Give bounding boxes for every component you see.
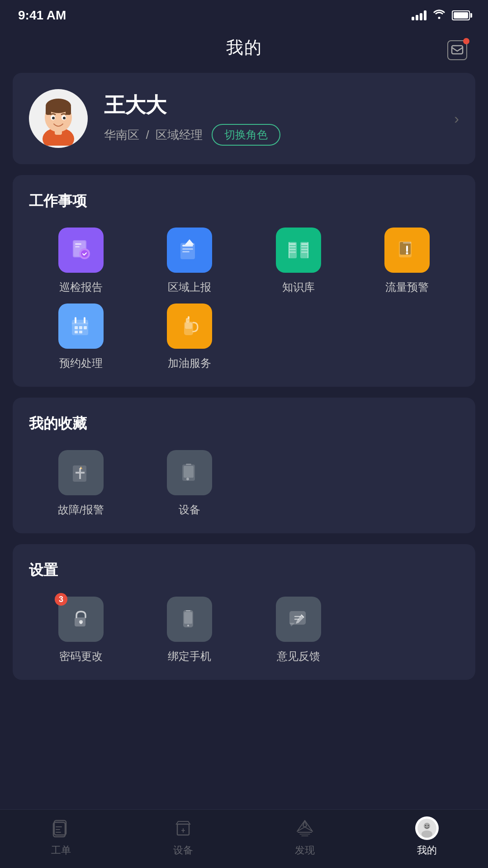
svg-rect-31	[301, 246, 308, 247]
svg-rect-24	[289, 243, 296, 245]
settings-section-card: 设置 3 密码更改	[13, 544, 475, 680]
signal-icon	[412, 10, 426, 20]
region-report-icon	[167, 228, 212, 273]
nav-item-workorder[interactable]: 工单	[0, 816, 122, 857]
svg-rect-49	[188, 316, 190, 319]
settings-item-feedback[interactable]: 意见反馈	[246, 597, 351, 664]
fault-alarm-icon	[58, 450, 104, 495]
svg-rect-45	[79, 331, 82, 333]
region-report-label: 区域上报	[168, 280, 211, 294]
work-section-card: 工作事项 巡检报告	[13, 175, 475, 387]
knowledge-base-label: 知识库	[282, 280, 315, 294]
profile-subtitle: 华南区 / 区域经理 切换角色	[104, 124, 459, 146]
nav-item-mine[interactable]: 我的	[366, 816, 488, 857]
knowledge-base-icon	[276, 228, 321, 273]
workorder-nav-label: 工单	[51, 844, 71, 857]
inspection-report-label: 巡检报告	[59, 280, 103, 294]
profile-card[interactable]: 王大大 华南区 / 区域经理 切换角色 ›	[13, 73, 475, 164]
password-change-icon: 3	[58, 597, 104, 642]
appointment-label: 预约处理	[59, 356, 103, 370]
svg-rect-55	[186, 464, 191, 465]
svg-point-15	[81, 250, 88, 257]
svg-rect-26	[289, 249, 296, 250]
svg-rect-33	[301, 251, 308, 253]
favorites-item-device[interactable]: 设备	[137, 450, 242, 517]
favorites-icon-grid: 故障/报警 设备	[29, 450, 459, 517]
svg-point-36	[406, 252, 408, 255]
appointment-icon	[58, 304, 104, 349]
wifi-icon	[433, 9, 445, 22]
work-item-appointment[interactable]: 预约处理	[29, 304, 133, 370]
svg-rect-7	[66, 106, 71, 115]
work-section-title: 工作事项	[29, 191, 459, 211]
profile-region: 华南区 / 区域经理	[104, 127, 203, 143]
work-item-region-report[interactable]: 区域上报	[137, 228, 242, 294]
feedback-label: 意见反馈	[277, 649, 320, 664]
role-switch-button[interactable]: 切换角色	[212, 124, 280, 146]
svg-rect-62	[186, 610, 190, 612]
inspection-report-icon	[58, 228, 104, 273]
svg-rect-29	[308, 242, 308, 258]
nav-item-discover[interactable]: 发现	[244, 816, 366, 857]
svg-rect-40	[84, 317, 85, 323]
work-item-inspection-report[interactable]: 巡检报告	[29, 228, 133, 294]
work-item-knowledge-base[interactable]: 知识库	[246, 228, 351, 294]
profile-arrow-icon: ›	[454, 110, 459, 127]
svg-rect-58	[81, 622, 81, 624]
svg-rect-6	[46, 106, 51, 115]
bind-phone-label: 绑定手机	[168, 649, 211, 664]
bind-phone-icon	[167, 597, 212, 642]
battery-icon	[452, 10, 470, 20]
favorites-section-title: 我的收藏	[29, 414, 459, 434]
svg-rect-27	[289, 251, 296, 253]
favorites-item-fault[interactable]: 故障/报警	[29, 450, 133, 517]
discover-nav-icon	[293, 816, 317, 840]
svg-rect-17	[75, 246, 80, 247]
svg-rect-35	[400, 242, 411, 255]
status-time: 9:41 AM	[18, 8, 66, 23]
traffic-alert-label: 流量预警	[385, 280, 429, 294]
svg-point-54	[186, 478, 189, 480]
mine-nav-icon	[415, 816, 439, 840]
svg-rect-53	[184, 466, 194, 478]
work-item-fuel-service[interactable]: 加油服务	[137, 304, 242, 370]
avatar	[29, 89, 88, 148]
device-nav-label: 设备	[173, 844, 193, 857]
settings-item-bind-phone[interactable]: 绑定手机	[137, 597, 242, 664]
settings-item-password[interactable]: 3 密码更改	[29, 597, 133, 664]
svg-point-11	[63, 117, 66, 119]
workorder-nav-icon	[49, 816, 73, 840]
svg-rect-21	[182, 251, 190, 252]
svg-rect-44	[75, 331, 78, 333]
discover-nav-label: 发现	[295, 844, 315, 857]
svg-rect-39	[75, 317, 76, 323]
profile-info: 王大大 华南区 / 区域经理 切换角色	[104, 91, 459, 146]
device-nav-icon	[171, 816, 195, 840]
message-button[interactable]	[445, 38, 470, 63]
status-icons	[412, 9, 470, 22]
work-item-traffic-alert[interactable]: 流量预警	[355, 228, 459, 294]
device-label: 设备	[179, 503, 200, 517]
page-title: 我的	[226, 36, 262, 59]
device-icon	[167, 450, 212, 495]
fuel-service-icon	[167, 304, 212, 349]
work-icon-grid: 巡检报告 区域上报	[29, 228, 459, 370]
svg-point-69	[422, 830, 432, 838]
svg-rect-20	[182, 248, 193, 250]
message-notification-dot	[463, 38, 469, 44]
svg-rect-23	[289, 242, 289, 258]
svg-rect-38	[72, 323, 88, 324]
fault-alarm-label: 故障/报警	[58, 503, 104, 517]
svg-rect-19	[182, 245, 193, 247]
svg-point-10	[52, 117, 55, 119]
svg-rect-42	[79, 326, 82, 329]
favorites-section-card: 我的收藏 故障/报警	[13, 398, 475, 533]
settings-icon-grid: 3 密码更改 绑定手机	[29, 597, 459, 664]
svg-point-72	[428, 825, 429, 826]
profile-name: 王大大	[104, 91, 459, 119]
password-change-label: 密码更改	[59, 649, 103, 664]
password-badge: 3	[55, 593, 67, 606]
mine-nav-label: 我的	[417, 844, 437, 857]
nav-item-device[interactable]: 设备	[122, 816, 244, 857]
svg-rect-0	[452, 46, 463, 54]
